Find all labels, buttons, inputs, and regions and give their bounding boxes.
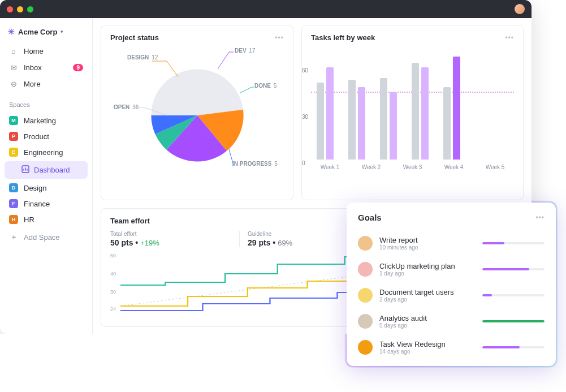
minimize-window-icon[interactable] — [17, 6, 23, 12]
add-space-label: Add Space — [24, 233, 60, 242]
goal-item[interactable]: ClickUp marketing plan1 day ago — [358, 256, 545, 282]
stat-value: 50 pts • +19% — [110, 238, 239, 247]
avatar — [358, 236, 373, 251]
card-menu-icon[interactable]: ••• — [535, 214, 545, 222]
bar — [412, 63, 419, 160]
add-space-button[interactable]: ＋ Add Space — [5, 229, 88, 245]
pie-label-design: DESIGN 12 — [127, 54, 158, 61]
user-avatar[interactable] — [515, 4, 525, 14]
space-label: Product — [24, 132, 49, 141]
y-tick: 30 — [302, 114, 308, 120]
nav-label: More — [24, 80, 41, 88]
bar — [348, 80, 356, 160]
avatar — [358, 262, 373, 277]
inbox-icon: ✉ — [9, 63, 18, 72]
goal-name: Write report — [379, 236, 476, 244]
progress-bar — [482, 294, 545, 296]
y-tick: 40 — [110, 271, 116, 277]
tasks-left-title: Tasks left by week — [311, 33, 375, 42]
x-label: Week 1 — [317, 164, 343, 170]
y-tick: 60 — [302, 67, 308, 74]
close-window-icon[interactable] — [7, 6, 13, 12]
pie-label-inprogress: IN PROGRESS 5 — [232, 161, 278, 167]
sidebar-item-engineering[interactable]: EEngineering — [5, 144, 88, 160]
space-label: Marketing — [24, 117, 56, 125]
space-label: Design — [24, 184, 46, 192]
project-status-card: Project status ••• OPEN 36 DESIGN 12 DEV… — [101, 25, 293, 200]
home-icon: ⌂ — [9, 47, 18, 55]
nav-label: Home — [24, 47, 44, 55]
y-tick: 24 — [110, 306, 116, 312]
tasks-left-chart: 0 30 60 Week 1Week 2Week 3Week 4Week 5 — [311, 48, 514, 183]
space-label: Engineering — [24, 148, 63, 157]
bar — [317, 83, 324, 160]
workspace-switcher[interactable]: ✳ Acme Corp ▾ — [5, 24, 88, 42]
goal-time: 10 minutes ago — [379, 244, 476, 251]
bar — [390, 92, 397, 160]
card-menu-icon[interactable]: ••• — [505, 34, 514, 42]
pie-label-open: OPEN 36 — [114, 104, 139, 110]
stat-label: Total effort — [110, 231, 239, 237]
goal-name: Analytics audit — [379, 314, 476, 322]
goal-time: 2 days ago — [379, 296, 476, 303]
nav-label: Inbox — [24, 63, 42, 72]
space-icon: M — [9, 116, 18, 125]
space-icon: F — [9, 199, 18, 208]
tasks-left-card: Tasks left by week ••• 0 30 60 Week 1Wee… — [301, 25, 524, 200]
goals-card: Goals ••• Write report10 minutes ago Cli… — [347, 203, 556, 334]
workspace-name: Acme Corp — [18, 28, 57, 36]
plus-icon: ＋ — [9, 232, 18, 242]
space-label: HR — [24, 216, 34, 224]
space-icon: P — [9, 132, 18, 141]
space-icon: D — [9, 183, 18, 192]
space-icon: E — [9, 148, 18, 157]
goal-time: 5 days ago — [379, 322, 476, 329]
sidebar-item-home[interactable]: ⌂Home — [5, 43, 88, 59]
bar — [443, 87, 451, 160]
bar — [453, 57, 460, 160]
sidebar-item-finance[interactable]: FFinance — [5, 196, 88, 212]
progress-bar — [482, 268, 545, 270]
sidebar-item-marketing[interactable]: MMarketing — [5, 113, 88, 128]
maximize-window-icon[interactable] — [27, 6, 33, 12]
chevron-down-icon: ▾ — [61, 29, 63, 35]
bar — [358, 87, 365, 160]
avatar — [358, 288, 373, 303]
sidebar: ✳ Acme Corp ▾ ⌂Home✉Inbox9⊖More Spaces M… — [0, 18, 93, 334]
card-menu-icon[interactable]: ••• — [275, 34, 284, 42]
sidebar-item-design[interactable]: DDesign — [5, 180, 88, 196]
goal-item[interactable]: Analytics audit5 days ago — [358, 308, 545, 334]
sidebar-item-inbox[interactable]: ✉Inbox9 — [5, 59, 88, 76]
goals-title: Goals — [358, 213, 382, 222]
x-label: Week 3 — [399, 164, 426, 170]
sidebar-item-dashboard[interactable]: Dashboard — [5, 161, 88, 179]
y-tick: 30 — [110, 289, 116, 295]
bar — [421, 67, 429, 160]
x-label: Week 4 — [440, 164, 467, 170]
goal-item[interactable]: Document target users2 days ago — [358, 282, 545, 308]
sidebar-item-more[interactable]: ⊖More — [5, 76, 88, 92]
stat-block: Total effort50 pts • +19% — [110, 231, 239, 247]
inbox-badge: 9 — [73, 64, 83, 71]
workspace-icon: ✳ — [8, 27, 15, 36]
progress-bar — [482, 320, 545, 322]
pie-label-dev: DEV 17 — [235, 48, 255, 54]
goal-name: Document target users — [379, 288, 476, 296]
sidebar-item-product[interactable]: PProduct — [5, 128, 88, 144]
spaces-section-label: Spaces — [5, 93, 88, 111]
goal-time: 1 day ago — [379, 270, 476, 277]
y-tick: 0 — [302, 160, 305, 166]
project-status-title: Project status — [110, 33, 159, 42]
window-controls — [7, 6, 33, 12]
space-icon: H — [9, 215, 18, 224]
avatar — [358, 314, 373, 329]
bar — [326, 67, 334, 160]
goal-item[interactable]: Write report10 minutes ago — [358, 230, 545, 256]
bar — [380, 78, 387, 160]
dashboard-label: Dashboard — [34, 166, 70, 174]
sidebar-item-hr[interactable]: HHR — [5, 212, 88, 227]
y-tick: 50 — [110, 253, 116, 259]
titlebar — [0, 0, 532, 18]
pie-label-done: DONE 5 — [254, 83, 276, 89]
dashboard-icon — [21, 165, 29, 175]
